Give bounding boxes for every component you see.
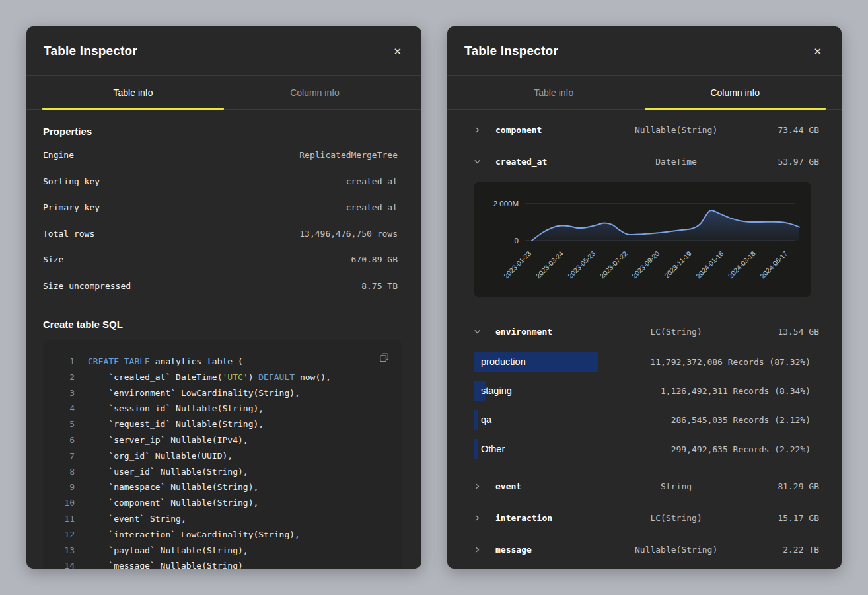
sql-token: `component` Nullable(String), bbox=[88, 495, 258, 511]
line-number: 11 bbox=[47, 511, 75, 527]
copy-sql-button[interactable] bbox=[376, 350, 392, 366]
tab-column-info[interactable]: Column info bbox=[645, 76, 826, 109]
sql-code-line: 11 `event` String, bbox=[47, 511, 392, 527]
x-axis-tick-label: 2023-03-24 bbox=[534, 249, 565, 280]
sql-code-line: 4 `session_id` Nullable(String), bbox=[47, 401, 392, 416]
sql-token: 'UTC' bbox=[223, 370, 248, 385]
sql-token: `server_ip` Nullable(IPv4), bbox=[88, 432, 248, 448]
chevron-right-icon bbox=[474, 126, 488, 134]
sql-code-line: 14 `message` Nullable(String) bbox=[47, 558, 392, 569]
column-type: DateTime bbox=[606, 157, 746, 167]
sql-code-line: 5 `request_id` Nullable(String), bbox=[47, 416, 392, 432]
sql-token: now(), bbox=[295, 370, 331, 385]
sql-code-line: 7 `org_id` Nullable(UUID), bbox=[47, 448, 392, 464]
value-records: 1,126,492,311 Records (8.34%) bbox=[661, 386, 811, 396]
chevron-right-icon bbox=[474, 546, 488, 553]
column-row-environment[interactable]: environmentLC(String)13.54 GB bbox=[447, 315, 842, 347]
column-type: LC(String) bbox=[606, 327, 746, 337]
sql-code-line: 1CREATE TABLE analytics_table ( bbox=[47, 354, 392, 370]
x-axis-tick-label: 2023-11-19 bbox=[663, 249, 693, 280]
column-type: LC(String) bbox=[606, 513, 746, 523]
line-number: 4 bbox=[47, 401, 75, 416]
line-number: 6 bbox=[47, 432, 75, 448]
sql-token: `event` String, bbox=[88, 511, 186, 527]
sql-token: `user_id` Nullable(String), bbox=[88, 464, 248, 480]
line-number: 14 bbox=[47, 558, 75, 569]
line-number: 12 bbox=[47, 527, 75, 543]
sql-token: `session_id` Nullable(String), bbox=[88, 401, 264, 416]
value-label: production bbox=[481, 356, 526, 367]
sql-token: DEFAULT bbox=[258, 370, 295, 385]
sql-token: ) bbox=[248, 370, 259, 385]
column-row-component[interactable]: componentNullable(String)73.44 GB bbox=[447, 114, 842, 145]
close-button[interactable]: ✕ bbox=[390, 44, 404, 59]
property-value: 13,496,476,750 rows bbox=[299, 229, 398, 239]
property-row: Total rows13,496,476,750 rows bbox=[43, 221, 398, 247]
column-row-interaction[interactable]: interactionLC(String)15.17 GB bbox=[447, 502, 842, 534]
chart-area-fill bbox=[532, 210, 799, 241]
property-label: Size uncompressed bbox=[43, 281, 131, 291]
column-name: component bbox=[495, 125, 606, 135]
column-row-created_at[interactable]: created_atDateTime53.97 GB bbox=[447, 145, 842, 177]
line-number: 9 bbox=[47, 479, 75, 495]
x-axis-tick-label: 2023-07-22 bbox=[598, 249, 629, 280]
value-records: 299,492,635 Records (2.22%) bbox=[671, 444, 811, 454]
properties-heading: Properties bbox=[43, 126, 398, 137]
chevron-right-icon bbox=[474, 514, 488, 522]
x-axis-tick-label: 2023-09-20 bbox=[630, 249, 661, 280]
tab-column-info[interactable]: Column info bbox=[224, 76, 406, 109]
sql-token: `environment` LowCardinality(String), bbox=[88, 385, 300, 401]
chevron-down-icon bbox=[474, 328, 488, 335]
column-row-message[interactable]: messageNullable(String)2.22 TB bbox=[447, 534, 842, 565]
property-label: Primary key bbox=[43, 202, 100, 212]
property-label: Size bbox=[43, 255, 63, 264]
value-records: 11,792,372,086 Records (87.32%) bbox=[650, 357, 811, 367]
sql-lines: 1CREATE TABLE analytics_table (2 `create… bbox=[47, 354, 392, 569]
sql-token: analytics_table ( bbox=[150, 354, 243, 370]
tab-table-info[interactable]: Table info bbox=[463, 76, 645, 109]
environment-value-row: production11,792,372,086 Records (87.32%… bbox=[447, 347, 842, 376]
line-number: 8 bbox=[47, 464, 75, 480]
column-name: environment bbox=[495, 327, 606, 337]
chevron-down-icon bbox=[474, 158, 488, 165]
x-axis-tick-label: 2024-05-17 bbox=[758, 249, 789, 280]
sql-code-line: 12 `interaction` LowCardinality(String), bbox=[47, 527, 392, 543]
tab-bar: Table info Column info bbox=[447, 76, 842, 110]
properties-list: EngineReplicatedMergeTreeSorting keycrea… bbox=[43, 142, 398, 299]
property-label: Total rows bbox=[43, 229, 94, 239]
environment-bar-cell: Other bbox=[474, 439, 626, 459]
sql-token: `interaction` LowCardinality(String), bbox=[88, 527, 300, 543]
property-value: ReplicatedMergeTree bbox=[299, 150, 398, 160]
sql-code-line: 13 `payload` Nullable(String), bbox=[47, 543, 392, 559]
property-value: created_at bbox=[346, 202, 398, 212]
line-number: 10 bbox=[47, 495, 75, 511]
line-number: 2 bbox=[47, 370, 75, 385]
column-size: 2.22 TB bbox=[746, 545, 819, 555]
property-label: Engine bbox=[43, 150, 74, 160]
close-button[interactable]: ✕ bbox=[811, 44, 824, 59]
environment-value-row: qa286,545,035 Records (2.12%) bbox=[447, 405, 842, 434]
property-value: created_at bbox=[346, 177, 398, 186]
x-axis-tick-label: 2024-03-18 bbox=[726, 249, 757, 280]
chevron-right-icon bbox=[474, 483, 488, 490]
sql-code-block: 1CREATE TABLE analytics_table (2 `create… bbox=[43, 340, 402, 569]
tab-table-info[interactable]: Table info bbox=[42, 76, 224, 109]
table-inspector-modal-right: Table inspector ✕ Table info Column info… bbox=[447, 26, 842, 569]
column-name: interaction bbox=[495, 513, 606, 523]
value-label: staging bbox=[481, 385, 512, 396]
column-size: 13.54 GB bbox=[746, 327, 819, 337]
environment-bar-cell: qa bbox=[474, 410, 626, 430]
line-number: 7 bbox=[47, 448, 75, 464]
sql-code-line: 9 `namespace` Nullable(String), bbox=[47, 479, 392, 495]
column-row-event[interactable]: eventString81.29 GB bbox=[447, 470, 842, 502]
column-name: message bbox=[495, 545, 606, 555]
value-bar bbox=[474, 410, 478, 430]
property-row: Primary keycreated_at bbox=[43, 194, 398, 221]
property-label: Sorting key bbox=[43, 177, 100, 186]
line-number: 13 bbox=[47, 543, 75, 559]
svg-text:0: 0 bbox=[515, 237, 519, 245]
sql-token: `created_at` DateTime( bbox=[88, 370, 223, 385]
environment-bar-cell: staging bbox=[474, 381, 626, 401]
value-bar bbox=[474, 439, 478, 459]
sql-code-line: 3 `environment` LowCardinality(String), bbox=[47, 385, 392, 401]
